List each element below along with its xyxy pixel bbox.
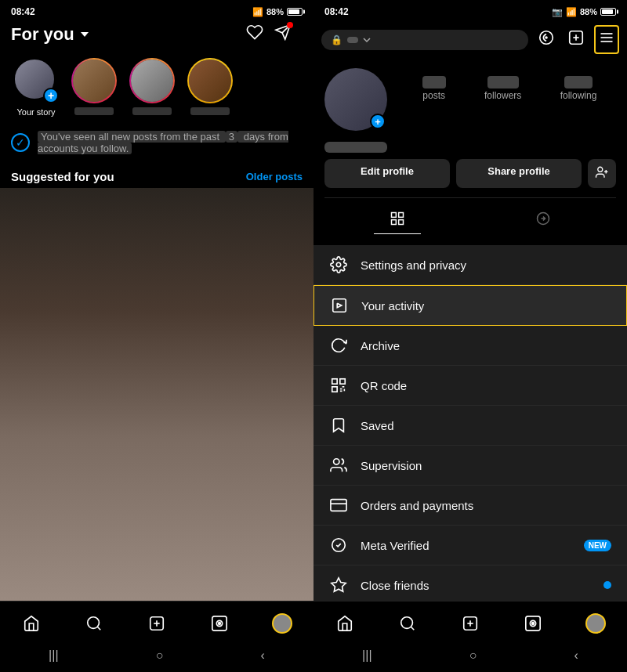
left-header: For you — [0, 20, 314, 52]
story-label-2 — [74, 107, 114, 115]
story-item-2[interactable] — [69, 58, 119, 117]
left-android-nav: ||| ○ ‹ — [0, 642, 314, 672]
your-story-circle: + — [13, 58, 59, 103]
suggested-title: Suggested for you — [11, 170, 114, 183]
friends-icon — [329, 576, 348, 594]
notification-dot — [287, 22, 293, 28]
left-bottom-nav — [0, 601, 314, 642]
following-count — [564, 76, 593, 89]
svg-rect-23 — [392, 220, 397, 225]
add-story-button[interactable]: + — [43, 88, 59, 103]
profile-stats: posts followers following — [403, 68, 616, 101]
lock-icon: 🔒 — [331, 34, 342, 45]
saved-label: Saved — [361, 419, 611, 432]
left-time: 08:42 — [11, 6, 35, 17]
story-item-4[interactable] — [185, 58, 235, 117]
following-stat[interactable]: following — [560, 76, 597, 101]
stories-row: + Your story — [0, 52, 314, 123]
story-circle-3 — [129, 58, 175, 103]
followers-stat[interactable]: followers — [484, 76, 521, 101]
svg-point-11 — [545, 36, 548, 39]
menu-item-archive[interactable]: Archive — [314, 326, 627, 366]
right-nav-plus[interactable] — [453, 611, 487, 636]
hamburger-menu-button[interactable] — [594, 25, 619, 54]
your-story-item[interactable]: + Your story — [11, 58, 61, 117]
svg-line-3 — [97, 627, 100, 630]
story-avatar-3 — [131, 60, 173, 102]
activity-label: Your activity — [361, 299, 611, 313]
story-avatar-2 — [73, 60, 115, 102]
threads-icon — [538, 29, 555, 46]
profile-add-button[interactable]: + — [370, 114, 386, 129]
right-nav-search[interactable] — [390, 611, 425, 636]
svg-rect-22 — [399, 213, 404, 218]
settings-label: Settings and privacy — [361, 258, 611, 272]
svg-line-43 — [411, 627, 414, 630]
story-avatar-4 — [189, 60, 231, 102]
dropdown-menu: Settings and privacy Your activity — [314, 245, 627, 601]
right-nav-home[interactable] — [328, 611, 362, 636]
home-icon — [23, 615, 40, 632]
username-pill[interactable]: 🔒 — [321, 30, 528, 50]
menu-item-verified[interactable]: Meta Verified NEW — [314, 526, 627, 565]
right-plus-icon — [462, 615, 479, 632]
add-person-icon — [595, 165, 609, 179]
svg-marker-40 — [332, 578, 346, 591]
battery-icon — [287, 8, 303, 16]
right-android-home[interactable]: ○ — [469, 649, 477, 663]
android-menu-btn[interactable]: ||| — [49, 649, 58, 663]
menu-item-orders[interactable]: Orders and payments — [314, 486, 627, 526]
reels-icon — [211, 615, 228, 632]
menu-item-friends[interactable]: Close friends — [314, 565, 627, 601]
feed-title: For you — [11, 24, 89, 45]
nav-search-button[interactable] — [77, 611, 111, 636]
add-person-button[interactable] — [588, 159, 616, 188]
add-link-icon — [567, 29, 585, 46]
svg-point-9 — [219, 623, 221, 625]
nav-home-button[interactable] — [14, 611, 49, 636]
right-status-right: 📷 📶 88% — [552, 7, 616, 17]
tab-divider — [324, 197, 616, 198]
story-item-3[interactable] — [127, 58, 177, 117]
right-status-bar: 08:42 📷 📶 88% — [314, 0, 627, 20]
right-nav-profile[interactable] — [578, 611, 613, 636]
seen-posts-banner: ✓ You've seen all new posts from the pas… — [0, 123, 314, 162]
tab-tags[interactable] — [520, 208, 567, 234]
plus-square-icon — [148, 615, 165, 632]
followers-count — [487, 76, 519, 89]
svg-point-42 — [401, 617, 413, 629]
menu-item-settings[interactable]: Settings and privacy — [314, 245, 627, 285]
archive-icon — [329, 337, 348, 354]
send-button[interactable] — [274, 23, 292, 45]
share-profile-button[interactable]: Share profile — [456, 159, 582, 188]
posts-stat[interactable]: posts — [422, 76, 446, 101]
friends-dot — [603, 581, 611, 589]
nav-reels-button[interactable] — [202, 611, 237, 636]
tag-icon — [535, 211, 551, 226]
right-nav-reels[interactable] — [516, 611, 550, 636]
your-story-label: Your story — [16, 107, 55, 117]
right-home-icon — [336, 615, 353, 632]
supervision-label: Supervision — [361, 459, 611, 472]
story-label-4 — [190, 107, 230, 115]
nav-profile-button[interactable] — [265, 611, 299, 636]
threads-button[interactable] — [535, 26, 558, 53]
android-back-btn[interactable]: ‹ — [261, 649, 265, 663]
tab-grid[interactable] — [374, 208, 421, 234]
right-android-menu[interactable]: ||| — [362, 649, 371, 663]
menu-item-activity[interactable]: Your activity — [314, 285, 627, 326]
menu-item-saved[interactable]: Saved — [314, 406, 627, 446]
nav-plus-button[interactable] — [140, 611, 174, 636]
svg-point-2 — [88, 617, 100, 629]
add-link-button[interactable] — [564, 26, 588, 53]
right-header: 🔒 — [314, 20, 627, 60]
followers-label: followers — [484, 90, 521, 101]
heart-button[interactable] — [246, 23, 263, 45]
android-home-btn[interactable]: ○ — [156, 649, 164, 663]
right-android-back[interactable]: ‹ — [574, 649, 578, 663]
older-posts-button[interactable]: Older posts — [246, 171, 303, 182]
menu-item-supervision[interactable]: Supervision — [314, 446, 627, 486]
edit-profile-button[interactable]: Edit profile — [324, 159, 450, 188]
menu-item-qrcode[interactable]: QR code — [314, 366, 627, 406]
svg-point-36 — [334, 459, 339, 464]
